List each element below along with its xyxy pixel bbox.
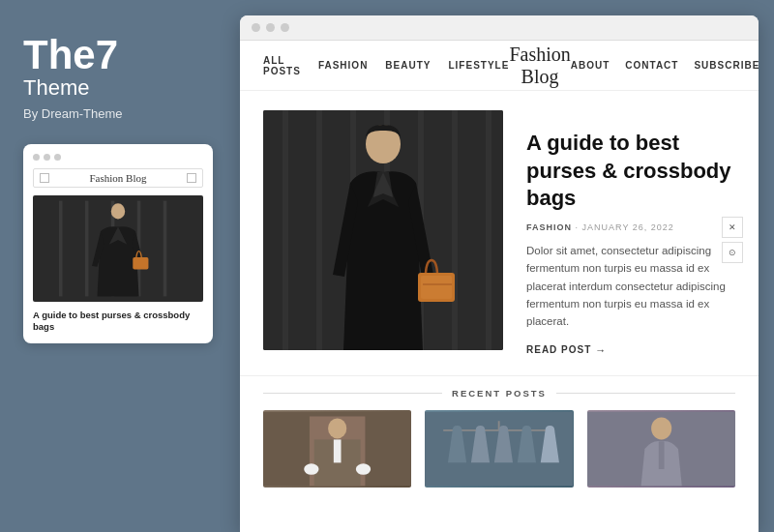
recent-post-card-1[interactable]	[263, 410, 411, 488]
featured-post-title: A guide to best purses & crossbody bags	[526, 130, 735, 213]
sidebar-subtitle: Theme	[23, 75, 89, 101]
featured-post-date: JANUARY 26, 2022	[582, 222, 674, 232]
mini-card-title: A guide to best purses & crossbody bags	[33, 310, 203, 334]
mini-featured-image	[33, 195, 203, 302]
recent-post-1-image	[263, 410, 411, 488]
nav-item-all-posts[interactable]: ALL POSTS	[263, 55, 301, 76]
mini-preview-card: Fashion Blog	[23, 144, 213, 343]
svg-point-27	[328, 418, 346, 438]
mini-person-svg	[33, 195, 203, 302]
nav-logo: Fashion Blog	[509, 44, 570, 88]
svg-rect-29	[334, 439, 342, 462]
nav-left: ALL POSTS FASHION BEAUTY LIFESTYLE	[263, 55, 509, 76]
svg-point-36	[651, 417, 671, 439]
svg-rect-16	[452, 110, 458, 350]
nav-center: Fashion Blog	[509, 44, 570, 88]
featured-post-section: A guide to best purses & crossbody bags …	[240, 91, 759, 376]
browser-window: ALL POSTS FASHION BEAUTY LIFESTYLE Fashi…	[240, 15, 759, 532]
recent-post-2-image	[425, 410, 573, 488]
browser-side-icons: ✕ ⊙	[722, 217, 743, 263]
svg-rect-12	[316, 110, 322, 350]
browser-titlebar	[240, 15, 759, 41]
sidebar: The7 Theme By Dream-Theme Fashion Blog	[0, 0, 240, 532]
mini-square-right	[187, 173, 196, 183]
svg-rect-37	[658, 441, 664, 469]
side-icon-settings[interactable]: ⊙	[722, 242, 743, 263]
mini-browser-bar: Fashion Blog	[33, 168, 203, 188]
svg-rect-17	[486, 110, 491, 350]
svg-point-31	[356, 463, 371, 474]
side-icon-expand[interactable]: ✕	[722, 217, 743, 238]
nav-item-subscribe[interactable]: SUBSCRIBE	[694, 60, 759, 71]
recent-post-3-image	[587, 410, 735, 488]
svg-rect-23	[360, 304, 379, 350]
nav-right: ABOUT CONTACT SUBSCRIBE	[571, 59, 759, 73]
featured-post-excerpt: Dolor sit amet, consectetur adipiscing f…	[526, 242, 735, 331]
featured-post-image	[263, 110, 503, 350]
browser-dot-1	[252, 23, 260, 32]
mini-square-left	[40, 173, 49, 183]
nav-item-fashion[interactable]: FASHION	[318, 60, 368, 71]
mini-dot-3	[54, 154, 61, 161]
recent-post-card-2[interactable]	[425, 410, 573, 488]
nav-item-about[interactable]: ABOUT	[571, 60, 610, 71]
svg-rect-5	[164, 201, 167, 297]
recent-posts-grid	[263, 410, 735, 488]
nav-item-contact[interactable]: CONTACT	[625, 60, 678, 71]
recent-posts-section: RECENT POSTS	[240, 376, 759, 488]
featured-post-meta: FASHION · JANUARY 26, 2022	[526, 222, 735, 232]
recent-post-card-3[interactable]	[587, 410, 735, 488]
svg-rect-21	[421, 276, 452, 299]
browser-dot-3	[281, 23, 289, 32]
svg-rect-24	[387, 304, 406, 350]
recent-posts-label: RECENT POSTS	[452, 388, 547, 399]
featured-post-category: FASHION	[526, 222, 572, 232]
mini-dot-1	[33, 154, 40, 161]
nav-bar: ALL POSTS FASHION BEAUTY LIFESTYLE Fashi…	[240, 41, 759, 91]
featured-meta-separator: ·	[576, 222, 582, 232]
svg-rect-1	[59, 201, 63, 297]
sidebar-title: The7	[23, 35, 118, 75]
mini-dot-2	[44, 154, 50, 161]
svg-point-30	[304, 463, 318, 474]
mini-card-dots	[33, 154, 203, 161]
recent-line-right	[556, 393, 735, 394]
svg-rect-7	[133, 257, 148, 270]
featured-post-content: A guide to best purses & crossbody bags …	[526, 110, 735, 356]
nav-item-lifestyle[interactable]: LIFESTYLE	[448, 60, 509, 71]
browser-content: A guide to best purses & crossbody bags …	[240, 91, 759, 532]
mini-logo: Fashion Blog	[49, 172, 187, 184]
svg-rect-2	[85, 201, 89, 297]
read-more-button[interactable]: READ POST	[526, 344, 735, 356]
sidebar-by: By Dream-Theme	[23, 106, 123, 121]
svg-rect-11	[283, 110, 288, 350]
browser-dot-2	[266, 23, 275, 32]
recent-line-left	[263, 393, 442, 394]
featured-image-svg	[263, 110, 503, 350]
nav-item-beauty[interactable]: BEAUTY	[385, 60, 431, 71]
nav-logo-text: Fashion Blog	[509, 44, 570, 87]
svg-point-6	[111, 203, 125, 219]
recent-posts-header: RECENT POSTS	[263, 388, 735, 399]
